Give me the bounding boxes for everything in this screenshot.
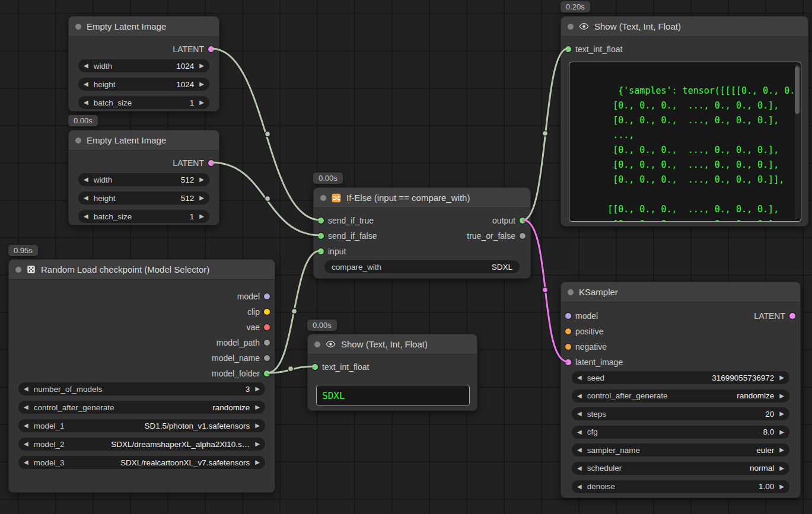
arrow-left-icon[interactable]: ◀ xyxy=(577,375,582,381)
arrow-right-icon[interactable]: ▶ xyxy=(199,177,204,183)
node-show-text-large[interactable]: Show (Text, Int, Float) text_int_float {… xyxy=(561,16,808,226)
arrow-right-icon[interactable]: ▶ xyxy=(199,100,204,106)
arrow-left-icon[interactable]: ◀ xyxy=(84,100,88,106)
vae-output-dot[interactable] xyxy=(264,324,270,330)
collapse-dot[interactable] xyxy=(314,341,320,347)
latent-output-dot[interactable] xyxy=(789,313,795,319)
model-path-output-dot[interactable] xyxy=(264,340,270,346)
widget-control-after-generate[interactable]: ◀ control_after_generate randomize ▶ xyxy=(18,401,265,414)
arrow-left-icon[interactable]: ◀ xyxy=(84,63,88,69)
arrow-right-icon[interactable]: ▶ xyxy=(255,404,260,410)
arrow-right-icon[interactable]: ▶ xyxy=(199,195,204,201)
widget-height[interactable]: ◀ height 512 ▶ xyxy=(78,191,209,205)
node-title-bar[interactable]: Show (Text, Int, Float) xyxy=(308,334,477,355)
arrow-right-icon[interactable]: ▶ xyxy=(255,441,260,447)
widget-seed[interactable]: ◀ seed 31699055736972 ▶ xyxy=(572,371,789,384)
widget-scheduler[interactable]: ◀ scheduler normal ▶ xyxy=(572,462,789,475)
widget-model-3[interactable]: ◀ model_3 SDXL/realcartoonXL_v7.safetens… xyxy=(18,456,265,469)
model-name-output-dot[interactable] xyxy=(264,355,270,361)
arrow-right-icon[interactable]: ▶ xyxy=(779,375,784,381)
arrow-left-icon[interactable]: ◀ xyxy=(577,393,582,399)
model-input-dot[interactable] xyxy=(565,313,571,319)
widget-control-after-generate[interactable]: ◀ control_after_generate randomize ▶ xyxy=(572,390,789,403)
arrow-right-icon[interactable]: ▶ xyxy=(779,411,784,417)
widget-width[interactable]: ◀ width 1024 ▶ xyxy=(78,59,209,72)
link-midpoint-dot xyxy=(543,288,548,293)
arrow-right-icon[interactable]: ▶ xyxy=(199,213,204,219)
arrow-left-icon[interactable]: ◀ xyxy=(577,429,582,435)
collapse-dot[interactable] xyxy=(75,24,81,30)
arrow-left-icon[interactable]: ◀ xyxy=(24,386,28,392)
clip-output-dot[interactable] xyxy=(264,309,270,315)
arrow-left-icon[interactable]: ◀ xyxy=(24,404,28,410)
widget-batch-size[interactable]: ◀ batch_size 1 ▶ xyxy=(78,210,209,223)
arrow-right-icon[interactable]: ▶ xyxy=(779,429,784,435)
node-title-bar[interactable]: Empty Latent Image xyxy=(69,17,219,37)
arrow-right-icon[interactable]: ▶ xyxy=(199,63,204,69)
model-folder-output-dot[interactable] xyxy=(264,371,270,376)
widget-compare-with[interactable]: compare_with SDXL xyxy=(324,260,520,273)
input-input-dot[interactable] xyxy=(318,248,324,254)
node-show-text-small[interactable]: Show (Text, Int, Float) text_int_float S… xyxy=(307,334,477,411)
node-random-load-checkpoint[interactable]: Random Load checkpoint (Model Selector) … xyxy=(8,259,275,493)
arrow-left-icon[interactable]: ◀ xyxy=(24,441,28,447)
node-empty-latent-image-2[interactable]: Empty Latent Image LATENT ◀ width 512 ▶ … xyxy=(68,130,219,225)
arrow-right-icon[interactable]: ▶ xyxy=(779,393,784,399)
arrow-left-icon[interactable]: ◀ xyxy=(577,484,582,490)
arrow-right-icon[interactable]: ▶ xyxy=(255,386,260,392)
node-title-bar[interactable]: Random Load checkpoint (Model Selector) xyxy=(9,260,275,280)
arrow-left-icon[interactable]: ◀ xyxy=(84,81,88,87)
collapse-dot[interactable] xyxy=(15,267,21,273)
node-title-bar[interactable]: Show (Text, Int, Float) xyxy=(561,17,808,37)
output-output-dot[interactable] xyxy=(520,218,526,224)
widget-height[interactable]: ◀ height 1024 ▶ xyxy=(78,78,209,91)
positive-input-dot[interactable] xyxy=(565,328,571,334)
widget-batch-size[interactable]: ◀ batch_size 1 ▶ xyxy=(78,96,209,109)
true-or-false-output-dot[interactable] xyxy=(520,233,526,239)
latent-output-dot[interactable] xyxy=(208,46,214,52)
text-int-float-input-dot[interactable] xyxy=(565,46,571,52)
arrow-left-icon[interactable]: ◀ xyxy=(24,423,28,429)
node-ksampler[interactable]: KSampler model positive negative lat xyxy=(561,282,801,498)
latent-output-dot[interactable] xyxy=(208,160,214,166)
node-if-else[interactable]: If-Else (input == compare_with) send_if_… xyxy=(313,187,531,279)
arrow-left-icon[interactable]: ◀ xyxy=(577,465,582,471)
widget-denoise[interactable]: ◀ denoise 1.00 ▶ xyxy=(572,480,789,493)
send-if-true-input-dot[interactable] xyxy=(318,218,324,224)
send-if-false-input-dot[interactable] xyxy=(318,233,324,239)
arrow-right-icon[interactable]: ▶ xyxy=(779,465,784,471)
node-title-bar[interactable]: Empty Latent Image xyxy=(69,130,219,151)
widget-sampler-name[interactable]: ◀ sampler_name euler ▶ xyxy=(572,443,789,456)
widget-model-2[interactable]: ◀ model_2 SDXL/dreamshaperXL_alpha2Xl10.… xyxy=(18,438,265,451)
collapse-dot[interactable] xyxy=(568,24,574,30)
latent-image-input-dot[interactable] xyxy=(565,359,571,365)
negative-input-dot[interactable] xyxy=(565,344,571,350)
arrow-left-icon[interactable]: ◀ xyxy=(84,213,88,219)
widget-label: denoise xyxy=(587,482,759,491)
node-title-bar[interactable]: KSampler xyxy=(561,282,800,302)
node-title-bar[interactable]: If-Else (input == compare_with) xyxy=(314,188,530,208)
arrow-right-icon[interactable]: ▶ xyxy=(779,484,784,490)
arrow-left-icon[interactable]: ◀ xyxy=(84,177,88,183)
widget-cfg[interactable]: ◀ cfg 8.0 ▶ xyxy=(572,426,789,439)
node-graph-canvas[interactable]: 0.00s 0.95s 0.00s 0.00s 0.20s Empty Late… xyxy=(0,0,812,514)
scrollbar-thumb[interactable] xyxy=(795,66,800,114)
arrow-left-icon[interactable]: ◀ xyxy=(577,411,582,417)
widget-model-1[interactable]: ◀ model_1 SD1.5/photon_v1.safetensors ▶ xyxy=(18,419,265,432)
arrow-left-icon[interactable]: ◀ xyxy=(24,459,28,465)
arrow-right-icon[interactable]: ▶ xyxy=(779,447,784,453)
collapse-dot[interactable] xyxy=(320,195,326,201)
node-empty-latent-image-1[interactable]: Empty Latent Image LATENT ◀ width 1024 ▶… xyxy=(68,16,219,111)
model-output-dot[interactable] xyxy=(264,293,270,299)
widget-width[interactable]: ◀ width 512 ▶ xyxy=(78,173,209,186)
arrow-right-icon[interactable]: ▶ xyxy=(199,81,204,87)
arrow-right-icon[interactable]: ▶ xyxy=(255,459,260,465)
arrow-left-icon[interactable]: ◀ xyxy=(577,447,582,453)
widget-steps[interactable]: ◀ steps 20 ▶ xyxy=(572,407,789,420)
collapse-dot[interactable] xyxy=(568,289,574,295)
text-int-float-input-dot[interactable] xyxy=(312,364,318,370)
arrow-right-icon[interactable]: ▶ xyxy=(255,423,260,429)
collapse-dot[interactable] xyxy=(75,138,81,143)
arrow-left-icon[interactable]: ◀ xyxy=(84,195,88,201)
widget-number-of-models[interactable]: ◀ number_of_models 3 ▶ xyxy=(18,382,265,395)
